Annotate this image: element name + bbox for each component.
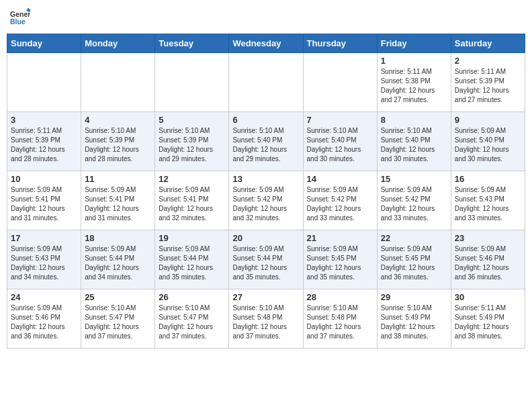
day-info: Sunrise: 5:09 AM Sunset: 5:44 PM Dayligh… (85, 244, 151, 282)
week-row-2: 3Sunrise: 5:11 AM Sunset: 5:39 PM Daylig… (7, 112, 525, 171)
calendar-cell (229, 53, 303, 112)
calendar-cell: 19Sunrise: 5:09 AM Sunset: 5:44 PM Dayli… (155, 230, 229, 289)
calendar-cell (81, 53, 155, 112)
calendar-header-row: SundayMondayTuesdayWednesdayThursdayFrid… (7, 34, 525, 53)
day-info: Sunrise: 5:11 AM Sunset: 5:49 PM Dayligh… (455, 304, 521, 341)
calendar-cell: 5Sunrise: 5:10 AM Sunset: 5:39 PM Daylig… (155, 112, 229, 171)
day-number: 2 (455, 56, 521, 66)
day-header-saturday: Saturday (451, 34, 525, 53)
calendar-cell: 16Sunrise: 5:09 AM Sunset: 5:43 PM Dayli… (451, 171, 525, 230)
calendar-cell: 20Sunrise: 5:09 AM Sunset: 5:44 PM Dayli… (229, 230, 303, 289)
day-info: Sunrise: 5:10 AM Sunset: 5:47 PM Dayligh… (85, 304, 151, 341)
calendar-cell: 15Sunrise: 5:09 AM Sunset: 5:42 PM Dayli… (377, 171, 451, 230)
calendar-cell (155, 53, 229, 112)
calendar-cell: 27Sunrise: 5:10 AM Sunset: 5:48 PM Dayli… (229, 289, 303, 349)
calendar-cell: 9Sunrise: 5:09 AM Sunset: 5:40 PM Daylig… (451, 112, 525, 171)
day-info: Sunrise: 5:09 AM Sunset: 5:46 PM Dayligh… (455, 244, 521, 282)
calendar-cell: 1Sunrise: 5:11 AM Sunset: 5:38 PM Daylig… (377, 53, 451, 112)
day-number: 4 (85, 115, 151, 125)
day-number: 16 (455, 174, 521, 184)
day-number: 30 (455, 292, 521, 302)
day-info: Sunrise: 5:09 AM Sunset: 5:40 PM Dayligh… (455, 126, 521, 164)
day-info: Sunrise: 5:10 AM Sunset: 5:39 PM Dayligh… (159, 126, 225, 164)
day-info: Sunrise: 5:09 AM Sunset: 5:42 PM Dayligh… (307, 185, 373, 223)
day-info: Sunrise: 5:10 AM Sunset: 5:48 PM Dayligh… (307, 304, 373, 341)
calendar-cell: 30Sunrise: 5:11 AM Sunset: 5:49 PM Dayli… (451, 289, 525, 349)
day-info: Sunrise: 5:09 AM Sunset: 5:41 PM Dayligh… (11, 185, 77, 223)
day-info: Sunrise: 5:10 AM Sunset: 5:40 PM Dayligh… (381, 126, 447, 164)
calendar-cell (303, 53, 377, 112)
day-number: 20 (232, 233, 299, 243)
day-number: 22 (381, 233, 447, 243)
day-info: Sunrise: 5:10 AM Sunset: 5:40 PM Dayligh… (232, 126, 299, 164)
day-info: Sunrise: 5:09 AM Sunset: 5:45 PM Dayligh… (307, 244, 373, 282)
day-info: Sunrise: 5:10 AM Sunset: 5:48 PM Dayligh… (232, 304, 299, 341)
day-number: 28 (307, 292, 373, 302)
day-info: Sunrise: 5:09 AM Sunset: 5:41 PM Dayligh… (85, 185, 151, 223)
day-number: 27 (232, 292, 299, 302)
calendar-cell: 21Sunrise: 5:09 AM Sunset: 5:45 PM Dayli… (303, 230, 377, 289)
calendar-cell: 7Sunrise: 5:10 AM Sunset: 5:40 PM Daylig… (303, 112, 377, 171)
calendar-cell: 2Sunrise: 5:11 AM Sunset: 5:39 PM Daylig… (451, 53, 525, 112)
day-number: 13 (232, 174, 299, 184)
calendar-cell: 8Sunrise: 5:10 AM Sunset: 5:40 PM Daylig… (377, 112, 451, 171)
day-info: Sunrise: 5:09 AM Sunset: 5:45 PM Dayligh… (381, 244, 447, 282)
calendar-cell: 26Sunrise: 5:10 AM Sunset: 5:47 PM Dayli… (155, 289, 229, 349)
day-info: Sunrise: 5:09 AM Sunset: 5:43 PM Dayligh… (455, 185, 521, 223)
day-number: 23 (455, 233, 521, 243)
day-info: Sunrise: 5:11 AM Sunset: 5:39 PM Dayligh… (455, 67, 521, 105)
calendar-cell: 22Sunrise: 5:09 AM Sunset: 5:45 PM Dayli… (377, 230, 451, 289)
day-info: Sunrise: 5:10 AM Sunset: 5:49 PM Dayligh… (381, 304, 447, 341)
day-info: Sunrise: 5:09 AM Sunset: 5:44 PM Dayligh… (159, 244, 225, 282)
day-info: Sunrise: 5:10 AM Sunset: 5:40 PM Dayligh… (307, 126, 373, 164)
day-number: 25 (85, 292, 151, 302)
day-number: 11 (85, 174, 151, 184)
svg-text:Blue: Blue (10, 17, 26, 26)
day-number: 12 (159, 174, 225, 184)
calendar-cell: 4Sunrise: 5:10 AM Sunset: 5:39 PM Daylig… (81, 112, 155, 171)
calendar-cell: 18Sunrise: 5:09 AM Sunset: 5:44 PM Dayli… (81, 230, 155, 289)
day-number: 19 (159, 233, 225, 243)
calendar-cell: 17Sunrise: 5:09 AM Sunset: 5:43 PM Dayli… (7, 230, 81, 289)
day-number: 3 (11, 115, 77, 125)
day-number: 18 (85, 233, 151, 243)
calendar-cell: 23Sunrise: 5:09 AM Sunset: 5:46 PM Dayli… (451, 230, 525, 289)
day-number: 10 (11, 174, 77, 184)
day-number: 7 (307, 115, 373, 125)
calendar-cell: 14Sunrise: 5:09 AM Sunset: 5:42 PM Dayli… (303, 171, 377, 230)
calendar-cell: 10Sunrise: 5:09 AM Sunset: 5:41 PM Dayli… (7, 171, 81, 230)
calendar-cell: 3Sunrise: 5:11 AM Sunset: 5:39 PM Daylig… (7, 112, 81, 171)
week-row-5: 24Sunrise: 5:09 AM Sunset: 5:46 PM Dayli… (7, 289, 525, 349)
day-info: Sunrise: 5:09 AM Sunset: 5:43 PM Dayligh… (11, 244, 77, 282)
calendar-cell: 12Sunrise: 5:09 AM Sunset: 5:41 PM Dayli… (155, 171, 229, 230)
day-info: Sunrise: 5:09 AM Sunset: 5:42 PM Dayligh… (232, 185, 299, 223)
day-number: 21 (307, 233, 373, 243)
day-header-friday: Friday (377, 34, 451, 53)
calendar-cell: 25Sunrise: 5:10 AM Sunset: 5:47 PM Dayli… (81, 289, 155, 349)
day-number: 9 (455, 115, 521, 125)
day-header-wednesday: Wednesday (229, 34, 303, 53)
day-header-sunday: Sunday (7, 34, 81, 53)
calendar-cell: 28Sunrise: 5:10 AM Sunset: 5:48 PM Dayli… (303, 289, 377, 349)
day-info: Sunrise: 5:10 AM Sunset: 5:47 PM Dayligh… (159, 304, 225, 341)
day-number: 1 (381, 56, 447, 66)
calendar-cell: 11Sunrise: 5:09 AM Sunset: 5:41 PM Dayli… (81, 171, 155, 230)
day-header-monday: Monday (81, 34, 155, 53)
day-info: Sunrise: 5:09 AM Sunset: 5:41 PM Dayligh… (159, 185, 225, 223)
day-info: Sunrise: 5:11 AM Sunset: 5:39 PM Dayligh… (11, 126, 77, 164)
day-number: 17 (11, 233, 77, 243)
day-number: 14 (307, 174, 373, 184)
calendar-cell: 6Sunrise: 5:10 AM Sunset: 5:40 PM Daylig… (229, 112, 303, 171)
week-row-4: 17Sunrise: 5:09 AM Sunset: 5:43 PM Dayli… (7, 230, 525, 289)
calendar-cell: 13Sunrise: 5:09 AM Sunset: 5:42 PM Dayli… (229, 171, 303, 230)
day-number: 8 (381, 115, 447, 125)
day-info: Sunrise: 5:09 AM Sunset: 5:42 PM Dayligh… (381, 185, 447, 223)
day-info: Sunrise: 5:11 AM Sunset: 5:38 PM Dayligh… (381, 67, 447, 105)
logo-icon: General Blue (10, 7, 30, 27)
calendar-cell: 29Sunrise: 5:10 AM Sunset: 5:49 PM Dayli… (377, 289, 451, 349)
day-header-thursday: Thursday (303, 34, 377, 53)
logo: General Blue (10, 7, 30, 27)
page-header: General Blue (7, 7, 525, 27)
day-info: Sunrise: 5:09 AM Sunset: 5:44 PM Dayligh… (232, 244, 299, 282)
day-header-tuesday: Tuesday (155, 34, 229, 53)
